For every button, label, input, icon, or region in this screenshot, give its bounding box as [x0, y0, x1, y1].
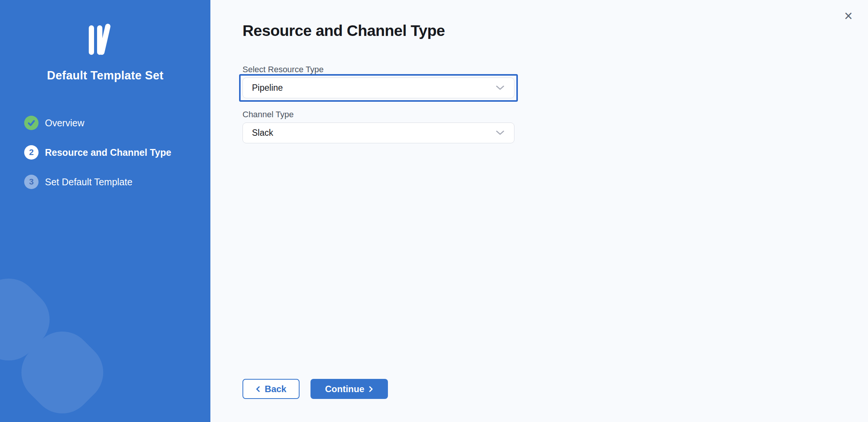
step-number-badge: 2: [24, 145, 39, 160]
focus-ring: Pipeline: [239, 74, 518, 102]
page-title: Resource and Channel Type: [242, 22, 868, 40]
channel-type-label: Channel Type: [242, 110, 868, 119]
app-logo-icon: [88, 24, 123, 57]
wizard-main-panel: × Resource and Channel Type Select Resou…: [210, 0, 868, 422]
resource-type-select[interactable]: Pipeline: [242, 78, 514, 98]
step-number-badge: 3: [24, 175, 39, 189]
close-icon[interactable]: ×: [839, 7, 857, 25]
wizard-title: Default Template Set: [0, 69, 210, 82]
wizard-steps: Overview 2 Resource and Channel Type 3 S…: [0, 116, 210, 189]
check-icon: [27, 118, 36, 127]
continue-button[interactable]: Continue: [310, 379, 388, 399]
chevron-down-icon: [496, 130, 504, 135]
step-label: Set Default Template: [45, 177, 133, 188]
channel-type-value: Slack: [252, 128, 273, 138]
wizard-sidebar: Default Template Set Overview 2 Resource…: [0, 0, 210, 422]
channel-type-select[interactable]: Slack: [242, 123, 514, 143]
back-button-label: Back: [265, 384, 286, 394]
chevron-down-icon: [496, 85, 504, 90]
back-button[interactable]: Back: [242, 379, 300, 399]
sidebar-watermark-pattern: [0, 0, 210, 422]
resource-type-label: Select Resource Type: [242, 65, 868, 74]
resource-type-value: Pipeline: [252, 83, 283, 93]
step-resource-and-channel-type[interactable]: 2 Resource and Channel Type: [24, 145, 210, 160]
continue-button-label: Continue: [325, 384, 364, 394]
step-label: Resource and Channel Type: [45, 147, 171, 158]
chevron-left-icon: [256, 386, 260, 392]
step-overview[interactable]: Overview: [24, 116, 210, 130]
step-label: Overview: [45, 118, 84, 129]
step-set-default-template[interactable]: 3 Set Default Template: [24, 175, 210, 189]
step-complete-indicator: [24, 116, 39, 130]
chevron-right-icon: [369, 386, 373, 392]
wizard-footer-actions: Back Continue: [242, 379, 388, 399]
